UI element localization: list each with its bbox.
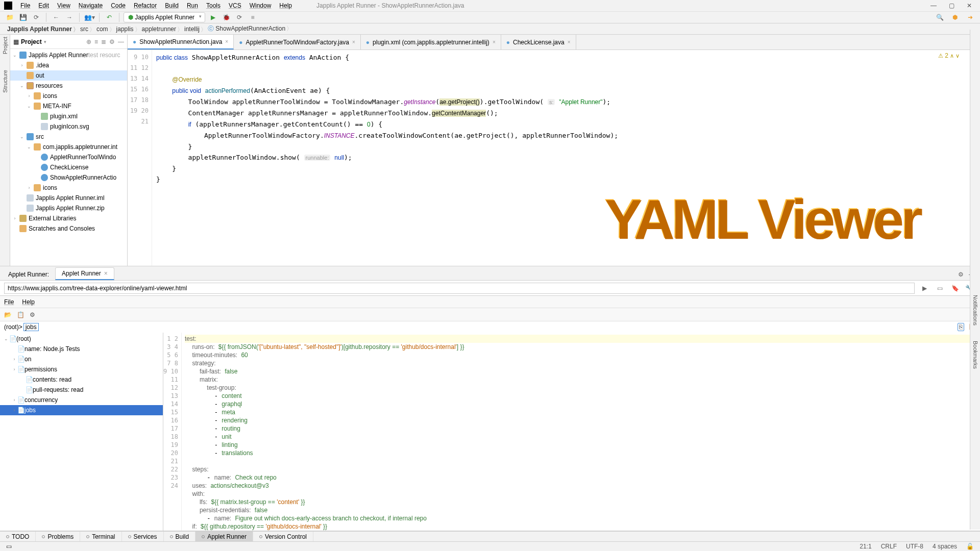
open-icon[interactable]: 📂 [4, 311, 12, 318]
refresh-icon[interactable]: ⟳ [31, 12, 42, 23]
url-input[interactable] [4, 283, 915, 294]
menu-help[interactable]: Help [275, 2, 296, 9]
editor-tab[interactable]: ●AppletRunnerToolWindowFactory.java× [234, 35, 361, 49]
crumb[interactable]: japplis [113, 24, 139, 34]
close-icon[interactable]: × [568, 39, 571, 45]
tree-row[interactable]: ShowAppletRunnerActio [10, 172, 127, 183]
bookmark-icon[interactable]: 🔖 [949, 283, 961, 294]
go-icon[interactable]: ▶ [919, 283, 930, 294]
close-icon[interactable]: ✕ [967, 2, 972, 9]
menu-refactor[interactable]: Refactor [130, 2, 161, 9]
project-tree[interactable]: ⌄Japplis Applet Runner test resourc›.ide… [10, 49, 127, 266]
undo-icon[interactable]: ↶ [104, 12, 115, 23]
applet-tab[interactable]: Applet Runner× [55, 267, 114, 280]
settings-icon[interactable]: ⚙ [30, 311, 35, 318]
lock-icon[interactable]: 🔓 [966, 543, 974, 550]
search-icon[interactable]: 🔍 [934, 12, 945, 23]
bottom-tab[interactable]: Version Control [253, 532, 313, 541]
submenu-file[interactable]: File [4, 298, 14, 306]
tree-row[interactable]: ⌄META-INF [10, 101, 127, 111]
coverage-icon[interactable]: ⟳ [234, 12, 245, 23]
tree-row[interactable]: Japplis Applet Runner.iml [10, 193, 127, 203]
tree-row[interactable]: AppletRunnerToolWindo [10, 152, 127, 162]
hide-icon[interactable]: — [118, 38, 124, 45]
open-icon[interactable]: 📁 [4, 12, 15, 23]
crumb[interactable]: intellij [181, 24, 205, 34]
yaml-tree-row[interactable]: 📄name: Node.js Tests [0, 344, 163, 354]
tree-row[interactable]: CheckLicense [10, 162, 127, 172]
tree-row[interactable]: ›icons [10, 183, 127, 193]
bottom-tab[interactable]: Build [164, 532, 196, 541]
editor-tab[interactable]: ●plugin.xml (com.japplis.appletrunner.in… [361, 35, 501, 49]
line-ending[interactable]: CRLF [881, 543, 897, 550]
encoding[interactable]: UTF-8 [906, 543, 923, 550]
crumb[interactable]: appletrunner [139, 24, 181, 34]
submenu-help[interactable]: Help [22, 298, 35, 306]
tree-row[interactable]: ›icons [10, 91, 127, 101]
close-icon[interactable]: × [493, 39, 496, 45]
menu-navigate[interactable]: Navigate [75, 2, 107, 9]
forward2-icon[interactable]: ➜ [965, 12, 976, 23]
menu-build[interactable]: Build [161, 2, 183, 9]
yaml-tree-row[interactable]: ›📄permissions [0, 364, 163, 374]
tree-row[interactable]: pluginIcon.svg [10, 121, 127, 132]
tree-row[interactable]: ⌄com.japplis.appletrunner.int [10, 142, 127, 152]
caret-position[interactable]: 21:1 [860, 543, 871, 550]
menu-file[interactable]: File [16, 2, 34, 9]
status-icon[interactable]: ▭ [6, 543, 12, 550]
yaml-tree-row[interactable]: ›📄concurrency [0, 395, 163, 405]
stop-icon[interactable]: ■ [247, 12, 258, 23]
yaml-tree-row[interactable]: ›📄on [0, 354, 163, 364]
yaml-tree[interactable]: ⌄📄(root)📄name: Node.js Tests›📄on›📄permis… [0, 333, 163, 531]
copy-icon[interactable]: ⎘ [958, 323, 964, 331]
tree-row[interactable]: ›External Libraries [10, 213, 127, 223]
tree-row[interactable]: plugin.xml [10, 111, 127, 121]
tree-row[interactable]: ⌄src [10, 132, 127, 142]
project-view-icon[interactable]: ▦ [13, 38, 19, 45]
menu-window[interactable]: Window [246, 2, 276, 9]
close-icon[interactable]: × [104, 270, 108, 277]
run-icon[interactable]: ▶ [207, 12, 218, 23]
tree-row[interactable]: ›.idea [10, 60, 127, 70]
collapse-icon[interactable]: ≣ [101, 38, 106, 45]
expand-icon[interactable]: ≡ [94, 38, 98, 45]
structure-tool-button[interactable]: Structure [2, 70, 8, 93]
tree-row[interactable]: ⌄resources [10, 81, 127, 91]
tree-row[interactable]: Scratches and Consoles [10, 223, 127, 234]
forward-icon[interactable]: → [64, 12, 75, 23]
minimize-icon[interactable]: — [930, 2, 937, 9]
save-icon[interactable]: 💾 [17, 12, 29, 23]
crumb[interactable]: src [77, 24, 93, 34]
menu-tools[interactable]: Tools [202, 2, 225, 9]
open-folder-icon[interactable]: ▭ [934, 283, 945, 294]
tree-row[interactable]: out [10, 70, 127, 81]
bottom-tab[interactable]: Services [122, 532, 164, 541]
gear-icon[interactable]: ⚙ [958, 271, 964, 278]
bottom-tab[interactable]: Terminal [80, 532, 121, 541]
run-config-combo[interactable]: ⬢ Japplis Applet Runner [124, 12, 205, 22]
avatar-icon[interactable]: 👥▾ [84, 12, 95, 23]
crumb[interactable]: com [93, 24, 113, 34]
bottom-tab[interactable]: TODO [0, 532, 36, 541]
notifications-tool-button[interactable]: Notifications [972, 295, 978, 325]
yaml-tree-row[interactable]: 📄contents: read [0, 374, 163, 385]
close-icon[interactable]: × [225, 39, 228, 44]
maximize-icon[interactable]: ▢ [949, 2, 954, 9]
select-opened-icon[interactable]: ⊕ [86, 38, 91, 45]
menu-run[interactable]: Run [183, 2, 202, 9]
back-icon[interactable]: ← [51, 12, 62, 23]
tree-row[interactable]: ⌄Japplis Applet Runner test resourc [10, 50, 127, 60]
bookmarks-tool-button[interactable]: Bookmarks [972, 341, 978, 369]
crumb[interactable]: Japplis Applet Runner [4, 24, 77, 34]
indent[interactable]: 4 spaces [933, 543, 957, 550]
menu-code[interactable]: Code [107, 2, 130, 9]
yaml-tree-row[interactable]: 📄pull-requests: read [0, 385, 163, 395]
editor-tab[interactable]: ●CheckLicense.java× [501, 35, 576, 49]
yaml-text[interactable]: test: runs-on: ${{ fromJSON('["ubuntu-la… [182, 333, 980, 531]
warnings-badge[interactable]: ⚠ 2 ∧ ∨ [938, 52, 960, 59]
menu-vcs[interactable]: VCS [225, 2, 246, 9]
yaml-tree-row[interactable]: ›📄jobs [0, 405, 163, 415]
notif-icon[interactable]: ⬢ [949, 12, 961, 23]
project-tool-button[interactable]: Project [2, 37, 8, 54]
editor-tab[interactable]: ●ShowAppletRunnerAction.java× [128, 35, 234, 49]
